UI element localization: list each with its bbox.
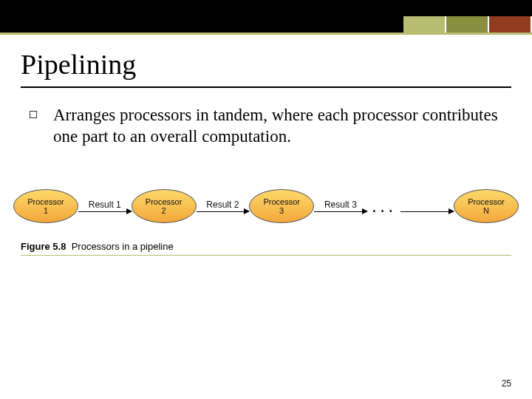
- caption-prefix: Figure 5.8: [21, 241, 66, 252]
- processor-number: 3: [279, 206, 284, 215]
- arrow-label-1: Result 1: [89, 200, 121, 210]
- processor-label: Processor: [263, 197, 300, 206]
- processor-number: N: [483, 206, 489, 215]
- processor-node-3: Processor 3: [249, 189, 314, 223]
- header-accent-row: [403, 16, 532, 33]
- processor-number: 2: [162, 206, 166, 215]
- arrow-final: [400, 200, 454, 212]
- ellipsis: ...: [367, 194, 401, 217]
- arrow-2: Result 2: [197, 200, 250, 212]
- accent-block-1: [403, 16, 446, 33]
- arrow-line: [197, 211, 250, 212]
- header-bar: [0, 0, 532, 33]
- accent-block-2: [446, 16, 489, 33]
- arrow-line: [400, 211, 454, 212]
- processor-label: Processor: [146, 197, 183, 206]
- slide-title: Pipelining: [21, 48, 511, 81]
- arrow-line: [314, 211, 367, 212]
- processor-label: Processor: [27, 197, 64, 206]
- processor-node-1: Processor 1: [13, 189, 78, 223]
- figure-caption: Figure 5.8 Processors in a pipeline: [21, 241, 511, 256]
- arrow-label-3: Result 3: [324, 200, 357, 210]
- processor-node-2: Processor 2: [132, 189, 197, 223]
- arrow-line: [78, 211, 132, 212]
- processor-number: 1: [44, 206, 48, 215]
- accent-block-3: [489, 16, 532, 33]
- page-number: 25: [502, 378, 511, 389]
- arrow-3: Result 3: [314, 200, 367, 212]
- processor-node-n: Processor N: [454, 189, 519, 223]
- arrow-1: Result 1: [78, 200, 132, 212]
- caption-text: Processors in a pipeline: [72, 241, 174, 252]
- arrow-label-2: Result 2: [206, 200, 239, 210]
- processor-label: Processor: [468, 197, 505, 206]
- pipeline-diagram: Processor 1 Result 1 Processor 2 Result …: [13, 189, 519, 223]
- bullet-text: Arranges processors in tandem, where eac…: [53, 104, 499, 148]
- bullet-icon: [30, 111, 37, 118]
- arrow-label-blank: [426, 200, 429, 210]
